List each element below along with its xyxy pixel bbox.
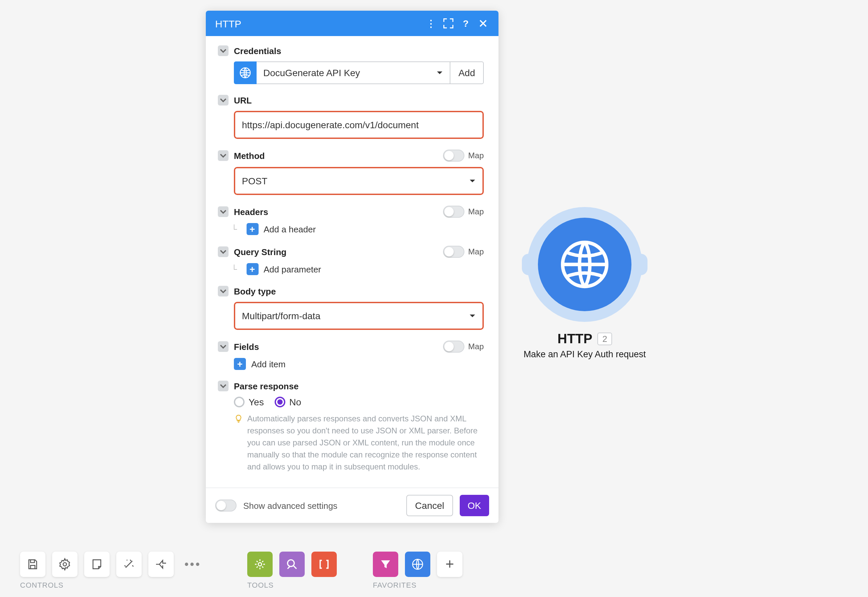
svg-point-4 (288, 560, 294, 567)
add-param-text: Add parameter (264, 264, 321, 274)
advanced-label: Show advanced settings (243, 500, 338, 511)
method-select[interactable]: POST (235, 168, 482, 194)
more-button[interactable]: ••• (180, 557, 205, 571)
controls-label: CONTROLS (20, 581, 205, 589)
chevron-down-icon[interactable] (218, 206, 229, 217)
caret-down-icon (469, 310, 476, 321)
field-headers: Headers Map └ + Add a header (218, 206, 484, 235)
tool-search-icon[interactable] (279, 552, 305, 577)
node-ring (527, 207, 642, 322)
tool-gear-icon[interactable] (247, 552, 272, 577)
node-circle (538, 218, 631, 311)
note-button[interactable] (84, 552, 110, 577)
tools-label: TOOLS (247, 581, 337, 589)
panel-title: HTTP (215, 18, 420, 29)
field-query: Query String Map └ + Add parameter (218, 246, 484, 275)
field-method: Method Map POST (218, 150, 484, 195)
tool-brackets-icon[interactable] (311, 552, 337, 577)
fav-filter-icon[interactable] (373, 552, 398, 577)
node-output-port[interactable] (634, 254, 648, 275)
method-map-toggle[interactable] (443, 150, 464, 162)
parse-no-radio[interactable]: No (275, 397, 301, 407)
query-add-row[interactable]: └ + Add parameter (218, 263, 484, 275)
bodytype-label: Body type (234, 286, 484, 296)
chevron-down-icon[interactable] (218, 150, 229, 161)
chevron-down-icon[interactable] (218, 45, 229, 56)
help-icon[interactable]: ? (460, 17, 472, 30)
chevron-down-icon[interactable] (218, 95, 229, 105)
method-label: Method (234, 151, 437, 160)
fav-globe-icon[interactable] (405, 552, 430, 577)
map-label: Map (468, 151, 484, 160)
parse-label: Parse response (234, 381, 484, 391)
map-label: Map (468, 247, 484, 257)
credentials-select[interactable]: DocuGenerate API Key (257, 61, 450, 84)
cancel-button[interactable]: Cancel (406, 495, 453, 516)
parse-no-label: No (289, 397, 301, 407)
http-node[interactable]: HTTP 2 Make an API Key Auth request (521, 207, 648, 359)
credentials-value: DocuGenerate API Key (263, 67, 360, 78)
caret-down-icon (436, 67, 443, 78)
query-map-toggle[interactable] (443, 246, 464, 258)
field-fields: Fields Map + Add item (218, 340, 484, 370)
close-icon[interactable] (477, 17, 489, 30)
node-input-port[interactable] (522, 254, 535, 275)
svg-point-2 (63, 563, 67, 566)
plus-icon: + (234, 358, 246, 370)
favorites-label: FAVORITES (373, 581, 462, 589)
bodytype-select[interactable]: Multipart/form-data (235, 303, 482, 328)
globe-icon (234, 61, 257, 84)
parse-yes-radio[interactable]: Yes (234, 397, 264, 407)
magic-button[interactable] (116, 552, 141, 577)
bodytype-value: Multipart/form-data (242, 310, 320, 321)
globe-icon (555, 235, 614, 294)
headers-label: Headers (234, 207, 437, 217)
url-label: URL (234, 95, 484, 105)
fav-add-button[interactable]: + (437, 552, 462, 577)
chevron-down-icon[interactable] (218, 286, 229, 297)
lightbulb-icon (234, 413, 243, 428)
http-config-panel: HTTP ⋮ ? Credentials (206, 11, 499, 523)
method-value: POST (242, 176, 267, 186)
settings-button[interactable] (52, 552, 77, 577)
node-number: 2 (598, 333, 612, 345)
credentials-label: Credentials (234, 46, 484, 56)
radio-empty-icon (234, 397, 244, 407)
node-title: HTTP (558, 331, 593, 347)
save-button[interactable] (20, 552, 45, 577)
plus-icon: + (246, 223, 258, 235)
ok-button[interactable]: OK (460, 495, 489, 516)
add-item-text: Add item (251, 359, 286, 369)
chevron-down-icon[interactable] (218, 381, 229, 391)
field-credentials: Credentials DocuGenerate API Key Add (218, 45, 484, 84)
panel-footer: Show advanced settings Cancel OK (206, 487, 499, 523)
panel-header: HTTP ⋮ ? (206, 11, 499, 36)
advanced-toggle[interactable] (215, 499, 237, 511)
field-url: URL https://api.docugenerate.com/v1/docu… (218, 95, 484, 139)
fields-add-row[interactable]: + Add item (234, 358, 484, 370)
url-input[interactable]: https://api.docugenerate.com/v1/document (235, 112, 482, 138)
menu-icon[interactable]: ⋮ (425, 17, 437, 30)
credentials-add-button[interactable]: Add (450, 61, 484, 84)
parse-yes-label: Yes (249, 397, 264, 407)
caret-down-icon (469, 176, 476, 186)
map-label: Map (468, 342, 484, 351)
chevron-down-icon[interactable] (218, 341, 229, 352)
plus-icon: + (246, 263, 258, 275)
expand-icon[interactable] (442, 17, 454, 30)
tree-icon: └ (231, 224, 237, 234)
headers-add-row[interactable]: └ + Add a header (218, 223, 484, 235)
tree-icon: └ (231, 264, 237, 274)
map-label: Map (468, 207, 484, 216)
favorites-section: + FAVORITES (373, 552, 462, 589)
chevron-down-icon[interactable] (218, 247, 229, 257)
controls-section: ••• CONTROLS (20, 552, 205, 589)
radio-selected-icon (275, 397, 285, 407)
headers-map-toggle[interactable] (443, 206, 464, 218)
parse-help-text: Automatically parses responses and conve… (218, 413, 484, 473)
fields-map-toggle[interactable] (443, 340, 464, 353)
query-label: Query String (234, 247, 437, 257)
svg-point-3 (258, 563, 262, 566)
field-parse: Parse response Yes No Aut (218, 381, 484, 473)
run-button[interactable] (148, 552, 174, 577)
